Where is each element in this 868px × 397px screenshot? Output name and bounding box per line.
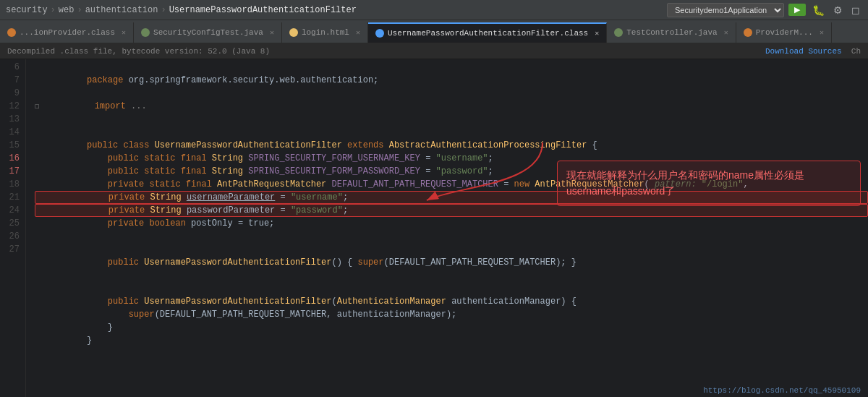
- sep2: ›: [77, 5, 82, 15]
- tabs-bar: ...ionProvider.class ✕ SecurityConfigTes…: [0, 20, 868, 43]
- close-tab-5[interactable]: ✕: [724, 28, 728, 37]
- code-line-13: public static final String SPRING_SECURI…: [35, 152, 868, 165]
- bottom-url-bar: https://blog.csdn.net/qq_45950109: [696, 384, 868, 397]
- debug-button[interactable]: 🐛: [810, 4, 827, 16]
- tab-security-config[interactable]: SecurityConfigTest.java ✕: [134, 22, 282, 43]
- code-line-6: [35, 61, 868, 74]
- info-suffix: Ch: [851, 47, 861, 56]
- app-selector[interactable]: Securitydemo1Application: [667, 3, 784, 17]
- tab-provider-m[interactable]: ProviderM... ✕: [736, 22, 832, 43]
- tab-icon-2: [141, 28, 150, 37]
- run-controls: Securitydemo1Application ▶ 🐛 ⚙ ◻: [667, 3, 862, 17]
- code-area: 6 7 9 12 13 14 15 16 17 18 21 24 25 26 2…: [0, 59, 868, 397]
- tab-test-controller[interactable]: TestController.java ✕: [607, 22, 736, 43]
- tab-icon-3: [289, 28, 298, 37]
- download-sources-link[interactable]: Download Sources: [765, 47, 842, 56]
- code-line-10: [35, 113, 868, 126]
- tab-icon-6: [744, 28, 752, 37]
- code-line-27: }: [35, 334, 868, 347]
- code-line-23: [35, 282, 868, 295]
- close-tab-1[interactable]: ✕: [122, 28, 126, 37]
- tab-label-5: TestController.java: [626, 28, 717, 37]
- close-tab-3[interactable]: ✕: [356, 28, 360, 37]
- tab-label-6: ProviderM...: [756, 28, 813, 37]
- tab-icon-4: [375, 29, 384, 38]
- tab-login-html[interactable]: login.html ✕: [282, 22, 368, 43]
- code-line-7: package org.springframework.security.web…: [35, 74, 868, 87]
- code-line-19: [35, 230, 868, 243]
- code-line-11: [35, 126, 868, 139]
- close-tab-6[interactable]: ✕: [820, 28, 824, 37]
- profile-button[interactable]: ◻: [849, 4, 862, 16]
- breadcrumb-web[interactable]: web: [59, 5, 75, 15]
- code-line-21: public UsernamePasswordAuthenticationFil…: [35, 256, 868, 269]
- tab-label-2: SecurityConfigTest.java: [153, 28, 263, 37]
- code-line-20: [35, 243, 868, 256]
- tab-auth-filter[interactable]: UsernamePasswordAuthenticationFilter.cla…: [368, 22, 607, 43]
- run-button[interactable]: ▶: [788, 4, 806, 16]
- code-line-12: public class UsernamePasswordAuthenticat…: [35, 139, 868, 152]
- code-line-18: private boolean postOnly = true;: [35, 217, 868, 230]
- breadcrumb-security[interactable]: security: [6, 5, 48, 15]
- tab-label-1: ...ionProvider.class: [20, 28, 115, 37]
- code-line-16: private String usernameParameter = "user…: [35, 191, 868, 204]
- breadcrumb-active: UsernamePasswordAuthenticationFilter: [169, 5, 357, 15]
- breadcrumb-authentication[interactable]: authentication: [85, 5, 158, 15]
- code-line-15: private static final AntPathRequestMatch…: [35, 178, 868, 191]
- code-line-22: [35, 269, 868, 282]
- code-line-17: private String passwordParameter = "pass…: [35, 204, 868, 217]
- sep1: ›: [51, 5, 56, 15]
- breadcrumb-bar: security › web › authentication › Userna…: [0, 0, 868, 20]
- sep3: ›: [161, 5, 166, 15]
- tab-icon-5: [614, 28, 623, 37]
- code-content: package org.springframework.security.web…: [26, 59, 868, 397]
- code-line-8: [35, 87, 868, 100]
- tab-icon-1: [7, 28, 16, 37]
- tab-provider-class[interactable]: ...ionProvider.class ✕: [0, 22, 134, 43]
- close-tab-2[interactable]: ✕: [270, 28, 274, 37]
- line-numbers: 6 7 9 12 13 14 15 16 17 18 21 24 25 26 2…: [0, 59, 26, 397]
- tab-label-3: login.html: [302, 28, 349, 37]
- code-line-26: }: [35, 321, 868, 334]
- code-line-9: ◻ import ...: [35, 100, 868, 113]
- close-tab-4[interactable]: ✕: [595, 29, 599, 38]
- code-line-25: super(DEFAULT_ANT_PATH_REQUEST_MATCHER, …: [35, 308, 868, 321]
- bottom-url: https://blog.csdn.net/qq_45950109: [703, 386, 861, 395]
- decompiled-info: Decompiled .class file, bytecode version…: [7, 47, 270, 56]
- tab-label-4: UsernamePasswordAuthenticationFilter.cla…: [388, 29, 588, 38]
- info-bar: Decompiled .class file, bytecode version…: [0, 43, 868, 59]
- code-line-14: public static final String SPRING_SECURI…: [35, 165, 868, 178]
- code-line-24: public UsernamePasswordAuthenticationFil…: [35, 295, 868, 308]
- coverage-button[interactable]: ⚙: [831, 4, 845, 16]
